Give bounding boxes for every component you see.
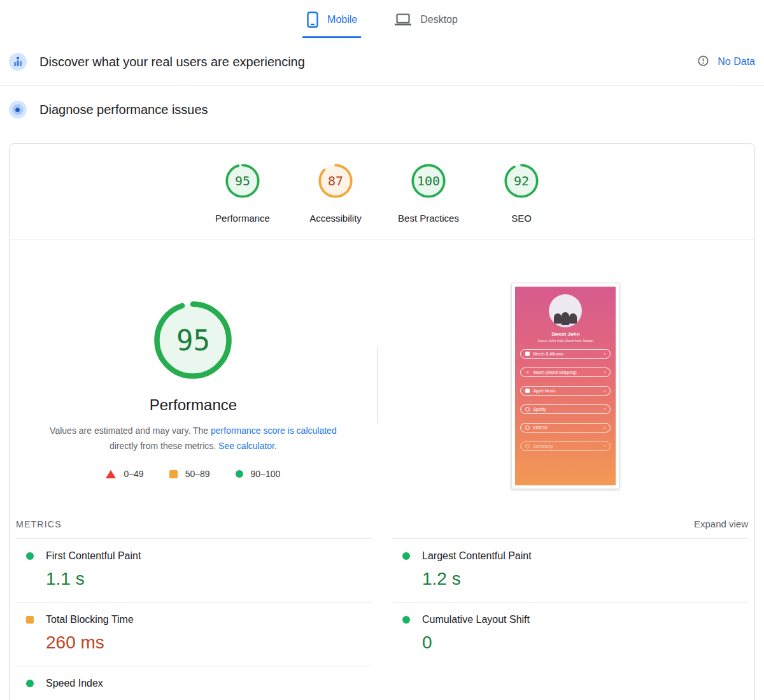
metric-value: 1.2 s	[422, 569, 748, 589]
screenshot-link-button: KKBOX›	[520, 423, 611, 432]
score-calc-link[interactable]: performance score is calculated	[211, 425, 337, 436]
tab-desktop-label: Desktop	[420, 14, 458, 25]
screenshot-link-label: Merch (World Shipping)	[533, 370, 576, 375]
screenshot-link-label: Merch & Albums	[533, 352, 563, 356]
average-square-icon	[169, 470, 178, 478]
screenshot-link-button: Spotify›	[520, 404, 611, 414]
metrics-heading: METRICS	[16, 519, 62, 529]
expand-view-button[interactable]: Expand view	[694, 518, 748, 529]
metric-name: Speed Index	[46, 678, 103, 689]
metrics-grid: First Contentful Paint 1.1 s Largest Con…	[16, 538, 748, 700]
metric-name: Cumulative Layout Shift	[422, 614, 530, 625]
legend-fail: 0–49	[106, 469, 143, 479]
chevron-right-icon: ›	[604, 369, 606, 375]
screenshot-link-button: Merch & Albums›	[520, 349, 611, 359]
screenshot-link-label: Spotify	[533, 407, 546, 411]
gauge-accessibility[interactable]: 87 Accessibility	[305, 163, 366, 224]
metric-value: 1.1 s	[46, 569, 372, 589]
category-gauges: 95 Performance 87 Accessibility 100 Best…	[10, 144, 754, 239]
vertical-divider	[377, 346, 378, 424]
pass-circle-icon	[26, 552, 34, 560]
screenshot-link-button: Bandcamp›	[520, 441, 611, 451]
metric-total-blocking-time: Total Blocking Time 260 ms	[16, 602, 372, 666]
best-practices-score: 100	[411, 163, 446, 199]
tab-mobile-label: Mobile	[327, 14, 357, 25]
see-calculator-link[interactable]: See calculator	[218, 441, 274, 451]
average-square-icon	[26, 616, 34, 624]
big-performance-gauge: 95	[152, 299, 234, 381]
screenshot-link-label: Apple Music	[533, 389, 555, 393]
spotify-icon	[525, 407, 530, 411]
chevron-right-icon: ›	[604, 388, 606, 394]
metric-name: First Contentful Paint	[46, 550, 141, 562]
accessibility-label: Accessibility	[309, 213, 362, 224]
tab-desktop[interactable]: Desktop	[390, 5, 462, 38]
performance-score: 95	[225, 163, 260, 199]
bag-icon	[525, 352, 530, 356]
best-practices-label: Best Practices	[398, 213, 459, 224]
metric-speed-index: Speed Index 1.7 s	[16, 666, 372, 700]
screenshot-link-button: ×Merch (World Shipping)›	[520, 368, 611, 377]
band-avatar	[549, 294, 582, 327]
screenshot-page-title: Sweet John	[551, 331, 579, 337]
field-data-chart-icon	[9, 53, 27, 71]
metric-first-contentful-paint: First Contentful Paint 1.1 s	[16, 538, 372, 602]
screenshot-link-label: Bandcamp	[533, 444, 553, 448]
pass-circle-icon	[236, 470, 243, 478]
legend-average-range: 50–89	[185, 469, 210, 479]
legend-pass: 90–100	[236, 469, 281, 479]
kkbox-icon	[525, 425, 530, 430]
screenshot-page-subtitle: Sweet John Indie Band from Taiwan	[538, 339, 594, 343]
mobile-phone-icon	[306, 11, 319, 28]
no-data-status[interactable]: No Data	[698, 55, 755, 69]
metric-name: Largest Contentful Paint	[422, 550, 532, 562]
fail-triangle-icon	[106, 470, 116, 478]
tab-mobile[interactable]: Mobile	[302, 5, 361, 38]
lab-data-title: Diagnose performance issues	[39, 103, 208, 117]
metric-value: 1.7 s	[46, 696, 372, 700]
screenshot-content: Sweet John Sweet John Indie Band from Ta…	[515, 287, 616, 485]
info-icon	[698, 55, 709, 69]
score-legend: 0–49 50–89 90–100	[106, 469, 280, 479]
desktop-laptop-icon	[394, 12, 412, 27]
performance-detail-area: 95 Performance Values are estimated and …	[10, 239, 754, 496]
no-data-label: No Data	[718, 56, 755, 68]
chevron-right-icon: ›	[604, 425, 606, 431]
page-screenshot-thumbnail: Sweet John Sweet John Indie Band from Ta…	[511, 283, 619, 489]
bandcamp-icon	[525, 444, 530, 448]
metric-value: 0	[422, 632, 748, 653]
apple-music-icon	[525, 389, 530, 393]
device-tabs: Mobile Desktop	[0, 0, 764, 38]
seo-label: SEO	[511, 213, 532, 224]
score-description: Values are estimated and may vary. The p…	[40, 423, 346, 454]
pass-circle-icon	[26, 680, 34, 687]
screenshot-link-button: Apple Music›	[520, 386, 611, 396]
legend-fail-range: 0–49	[124, 469, 143, 479]
lab-data-row: Diagnose performance issues	[0, 86, 764, 133]
x-icon: ×	[525, 370, 530, 375]
big-performance-score: 95	[152, 299, 234, 381]
legend-pass-range: 90–100	[251, 469, 281, 479]
gauge-performance[interactable]: 95 Performance	[212, 163, 273, 224]
metric-cumulative-layout-shift: Cumulative Layout Shift 0	[392, 602, 748, 666]
field-data-title: Discover what your real users are experi…	[39, 55, 305, 69]
pass-circle-icon	[402, 552, 410, 560]
performance-label: Performance	[215, 213, 270, 224]
desc-text: directly from these metrics.	[110, 441, 218, 451]
desc-text: .	[274, 441, 277, 451]
legend-average: 50–89	[169, 469, 210, 479]
gauge-seo[interactable]: 92 SEO	[491, 163, 552, 224]
lighthouse-report-card: 95 Performance 87 Accessibility 100 Best…	[9, 143, 755, 700]
diagnose-speedometer-icon	[9, 101, 27, 118]
gauge-best-practices[interactable]: 100 Best Practices	[398, 163, 459, 224]
pass-circle-icon	[402, 616, 410, 624]
big-performance-title: Performance	[150, 396, 237, 414]
field-data-row: Discover what your real users are experi…	[0, 38, 764, 86]
chevron-right-icon: ›	[604, 351, 606, 357]
desc-text: Values are estimated and may vary. The	[50, 425, 211, 436]
accessibility-score: 87	[318, 163, 353, 199]
chevron-right-icon: ›	[604, 443, 606, 449]
chevron-right-icon: ›	[604, 406, 606, 412]
metric-value: 260 ms	[46, 632, 372, 653]
seo-score: 92	[504, 163, 539, 199]
